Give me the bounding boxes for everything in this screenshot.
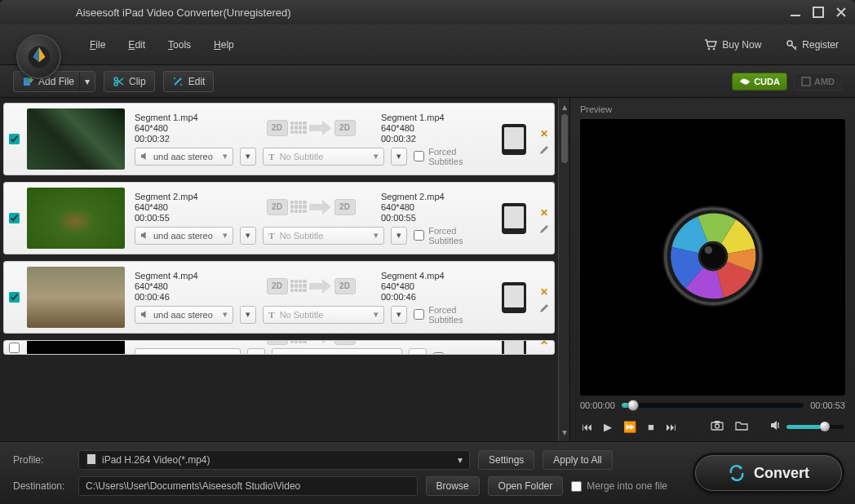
audio-extra-dropdown[interactable]: ▾ xyxy=(240,148,256,166)
subtitle-extra-dropdown[interactable]: ▾ xyxy=(391,306,407,324)
merge-checkbox[interactable]: Merge into one file xyxy=(571,480,667,492)
arrow-icon xyxy=(309,199,332,215)
thumbnail[interactable] xyxy=(27,340,125,355)
remove-row-button[interactable]: ✕ xyxy=(538,127,551,140)
audio-extra-dropdown[interactable]: ▾ xyxy=(240,227,256,245)
source-2d-badge: 2D xyxy=(267,199,288,215)
subtitle-extra-dropdown[interactable]: ▾ xyxy=(391,227,407,245)
apply-to-all-button[interactable]: Apply to All xyxy=(543,450,612,470)
subtitle-dropdown[interactable]: T ▾ xyxy=(272,348,402,355)
subtitle-extra-dropdown[interactable]: ▾ xyxy=(409,348,427,355)
forced-subtitles-checkbox[interactable]: Forced Subtitles xyxy=(414,226,487,245)
forced-subtitles-input[interactable] xyxy=(414,151,424,161)
source-duration: 00:00:55 xyxy=(135,213,241,223)
menu-file[interactable]: File xyxy=(90,39,105,51)
audio-track-dropdown[interactable]: und aac stereo ▾ xyxy=(135,148,233,166)
destination-label: Destination: xyxy=(13,480,70,492)
menu-tools[interactable]: Tools xyxy=(168,39,191,51)
seek-slider[interactable] xyxy=(622,403,804,408)
minimize-button[interactable] xyxy=(788,5,803,20)
snapshot-button[interactable] xyxy=(711,420,724,433)
forced-subtitles-checkbox[interactable] xyxy=(433,352,448,356)
source-filename: Segment 2.mp4 xyxy=(135,192,241,201)
seek-knob[interactable] xyxy=(627,400,639,411)
mute-button[interactable] xyxy=(770,420,782,433)
cuda-toggle[interactable]: CUDA xyxy=(732,73,787,91)
target-filename: Segment 2.mp4 xyxy=(381,192,487,201)
settings-button[interactable]: Settings xyxy=(478,450,534,470)
next-button[interactable]: ⏭ xyxy=(666,421,676,433)
audio-extra-dropdown[interactable]: ▾ xyxy=(247,348,265,355)
profile-label: Profile: xyxy=(13,454,70,466)
browse-button[interactable]: Browse xyxy=(426,476,480,496)
thumbnail[interactable] xyxy=(27,267,125,328)
source-2d-badge xyxy=(267,340,288,345)
forced-subtitles-checkbox[interactable]: Forced Subtitles xyxy=(414,147,487,166)
target-duration: 00:00:32 xyxy=(381,134,487,144)
thumbnail[interactable] xyxy=(27,108,125,170)
fast-forward-button[interactable]: ⏩ xyxy=(623,421,636,433)
preview-screen[interactable] xyxy=(580,119,845,396)
volume-control xyxy=(770,420,844,433)
row-checkbox[interactable] xyxy=(9,343,20,353)
target-2d-badge xyxy=(334,340,356,345)
audio-track-dropdown[interactable]: und aac stereo ▾ xyxy=(135,227,233,245)
stop-button[interactable]: ■ xyxy=(648,421,654,433)
subtitle-dropdown[interactable]: T No Subtitle ▾ xyxy=(263,227,384,245)
volume-slider[interactable] xyxy=(786,425,844,429)
row-checkbox[interactable] xyxy=(9,292,20,303)
subtitle-dropdown[interactable]: T No Subtitle ▾ xyxy=(263,306,384,324)
thumbnail[interactable] xyxy=(27,188,125,249)
forced-subtitles-input[interactable] xyxy=(433,352,444,356)
clip-button[interactable]: Clip xyxy=(104,71,155,92)
list-scrollbar[interactable]: ▴ ▾ xyxy=(558,98,569,441)
row-checkbox[interactable] xyxy=(9,213,20,223)
forced-subtitles-checkbox[interactable]: Forced Subtitles xyxy=(414,305,487,325)
row-edit-button[interactable] xyxy=(538,223,551,236)
row-edit-button[interactable] xyxy=(538,351,551,355)
subtitle-dropdown[interactable]: T No Subtitle ▾ xyxy=(263,148,384,166)
file-row: Segment 1.mp4 640*480 00:00:32 2D 2D Seg… xyxy=(3,103,555,175)
merge-label: Merge into one file xyxy=(587,480,667,492)
profile-dropdown[interactable]: iPad H.264 Video(*.mp4) ▾ xyxy=(78,450,470,470)
cuda-label: CUDA xyxy=(754,77,780,86)
toolbar: Add File ▾ Clip Edit CUDA AMD xyxy=(0,65,855,98)
audio-track-dropdown[interactable]: und aac stereo ▾ xyxy=(135,306,233,324)
destination-field[interactable]: C:\Users\User\Documents\Aiseesoft Studio… xyxy=(78,476,418,496)
remove-row-button[interactable]: ✕ xyxy=(538,206,551,219)
register-button[interactable]: Register xyxy=(786,39,839,51)
edit-button[interactable]: Edit xyxy=(163,71,215,92)
forced-subtitles-input[interactable] xyxy=(414,230,424,241)
forced-subtitles-input[interactable] xyxy=(414,309,424,320)
audio-track-value: und aac stereo xyxy=(153,231,213,241)
remove-row-button[interactable]: ✕ xyxy=(538,340,551,348)
convert-arrow: 2D 2D xyxy=(241,120,381,136)
svg-point-17 xyxy=(715,424,719,428)
play-button[interactable]: ▶ xyxy=(604,421,612,433)
volume-knob[interactable] xyxy=(820,422,830,431)
target-resolution: 640*480 xyxy=(381,281,487,291)
remove-row-button[interactable]: ✕ xyxy=(538,285,551,298)
buy-now-button[interactable]: Buy Now xyxy=(704,39,761,51)
menu-help[interactable]: Help xyxy=(214,39,234,51)
open-snapshot-folder-button[interactable] xyxy=(735,420,748,433)
audio-extra-dropdown[interactable]: ▾ xyxy=(240,306,256,324)
amd-icon xyxy=(801,77,811,86)
audio-track-dropdown[interactable]: ▾ xyxy=(135,348,241,355)
merge-checkbox-input[interactable] xyxy=(571,481,582,492)
menu-edit[interactable]: Edit xyxy=(128,39,145,51)
amd-toggle[interactable]: AMD xyxy=(794,73,842,91)
convert-button[interactable]: Convert xyxy=(695,455,842,491)
row-edit-button[interactable] xyxy=(538,144,551,157)
row-checkbox[interactable] xyxy=(9,134,20,144)
titlebar[interactable]: Aiseesoft iPad Video Converter(Unregiste… xyxy=(0,0,855,24)
subtitle-extra-dropdown[interactable]: ▾ xyxy=(391,148,407,166)
close-button[interactable] xyxy=(834,5,848,20)
pencil-icon xyxy=(539,353,549,355)
open-folder-button[interactable]: Open Folder xyxy=(488,476,564,496)
maximize-button[interactable] xyxy=(811,5,826,20)
row-edit-button[interactable] xyxy=(538,302,551,315)
scrollbar-thumb[interactable] xyxy=(561,114,568,163)
prev-button[interactable]: ⏮ xyxy=(582,421,592,433)
add-file-dropdown[interactable]: ▾ xyxy=(79,72,95,91)
